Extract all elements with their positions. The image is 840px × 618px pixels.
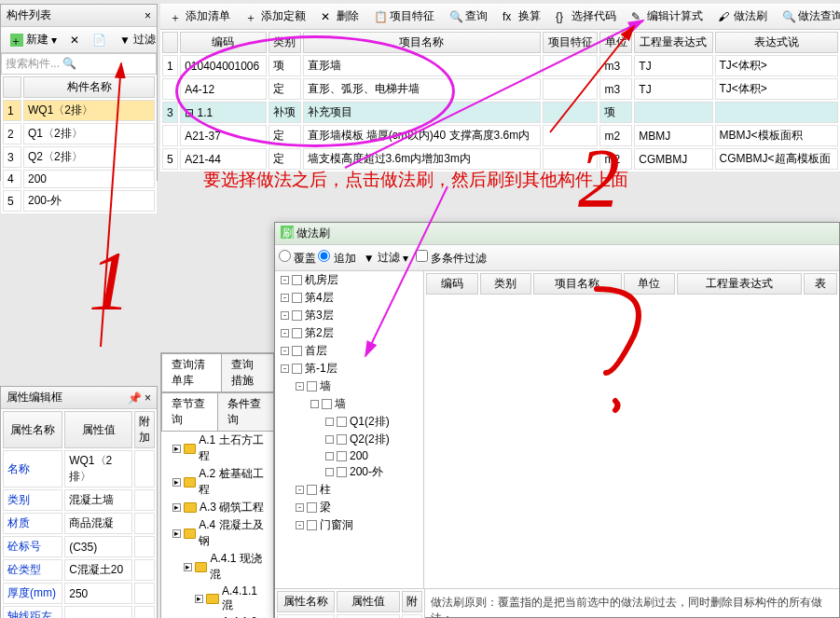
col-prop-extra: 附加: [134, 411, 155, 448]
tree-node[interactable]: 200-外: [275, 463, 423, 481]
toolbar-编辑计算式[interactable]: ✎编辑计算式: [626, 6, 709, 27]
tree-node[interactable]: -门窗洞: [275, 516, 423, 534]
copy-icon[interactable]: 📄: [87, 31, 112, 49]
tree-node[interactable]: -梁: [275, 499, 423, 516]
toolbar-删除[interactable]: ✕删除: [315, 6, 365, 27]
tree-node[interactable]: ▸A.4.1.1 混: [161, 584, 273, 614]
tab-query-measure[interactable]: 查询措施: [221, 353, 274, 391]
opt-add[interactable]: 追加: [318, 250, 355, 267]
tree-node[interactable]: ▸A.3 砌筑工程: [161, 499, 273, 516]
col-prop-name: 属性名称: [3, 411, 62, 448]
pin-icon[interactable]: 📌: [128, 391, 142, 405]
prop-key[interactable]: 名称: [3, 450, 62, 488]
prop-val[interactable]: C混凝土20: [64, 559, 132, 581]
tree-node[interactable]: -机房层: [275, 271, 423, 289]
toolbar-添加清单[interactable]: ＋添加清单: [164, 6, 236, 27]
delete-icon[interactable]: ✕: [64, 31, 85, 49]
toolbar-查询[interactable]: 🔍查询: [444, 6, 493, 27]
prop-key[interactable]: 厚度(mm): [3, 583, 62, 604]
toolbar-项目特征[interactable]: 📋项目特征: [368, 6, 440, 27]
tree-node[interactable]: -第3层: [275, 307, 423, 324]
zuofashua-dialog: 刷 做法刷 覆盖 追加 ▼过滤 ▾ 多条件过滤 -机房层-第4层-第3层-第2层…: [274, 222, 840, 618]
property-panel: 属性编辑框 📌 × 属性名称 属性值 附加 名称WQ1〈2排〉类别混凝土墙材质商…: [0, 386, 158, 618]
prop-key[interactable]: 类别: [3, 489, 62, 511]
list-item[interactable]: 200-外: [23, 190, 155, 212]
multi-filter[interactable]: 多条件过滤: [416, 250, 487, 267]
list-item[interactable]: 200: [23, 170, 155, 188]
tab-chapter[interactable]: 章节查询: [161, 392, 218, 431]
prop-key[interactable]: 砼类型: [3, 559, 62, 581]
tree-node[interactable]: -墙: [275, 378, 423, 395]
opt-cover[interactable]: 覆盖: [279, 250, 316, 267]
list-item[interactable]: Q1〈2排〉: [23, 123, 155, 144]
row-num: 5: [3, 190, 21, 212]
prop-key[interactable]: 轴线距左墙: [3, 606, 62, 618]
main-area: ＋添加清单 ＋添加定额 ✕删除 📋项目特征 🔍查询 fx换算 {}选择代码 ✎编…: [160, 4, 840, 172]
table-row[interactable]: 5A21-44定墙支模高度超过3.6m内增加3m内m2CGMBMJCGMBMJ<…: [162, 148, 838, 170]
list-item[interactable]: Q2〈2排〉: [23, 146, 155, 168]
prop-val[interactable]: 250: [64, 583, 132, 604]
row-num: 2: [3, 123, 21, 144]
tree-node[interactable]: ▸A.2 桩基础工程: [161, 465, 273, 499]
tree-node[interactable]: -柱: [275, 481, 423, 499]
filter-button[interactable]: ▼过滤 ▾: [114, 29, 157, 50]
tree-node[interactable]: ▸A.4.1.2 混: [161, 614, 273, 618]
tree-node[interactable]: -第4层: [275, 289, 423, 307]
toolbar-换算[interactable]: fx换算: [497, 6, 546, 27]
list-item[interactable]: WQ1〈2排〉: [23, 100, 155, 121]
toolbar-做法查询[interactable]: 🔍做法查询: [777, 6, 840, 27]
prop-val[interactable]: Q1〈2排〉: [337, 614, 400, 618]
prop-val[interactable]: WQ1〈2排〉: [64, 450, 132, 488]
col-prop-val: 属性值: [64, 411, 132, 448]
row-num: 4: [3, 170, 21, 188]
tree-node[interactable]: ▸A.4.1 现浇混: [161, 550, 273, 584]
dialog-title: 做法刷: [296, 227, 330, 240]
table-row[interactable]: 1010404001006项直形墙m3TJTJ<体积>: [162, 55, 838, 76]
tab-query-list[interactable]: 查询清单库: [161, 353, 222, 391]
search-input[interactable]: 搜索构件... 🔍: [1, 53, 157, 75]
tree-node[interactable]: -第2层: [275, 324, 423, 342]
prop-val[interactable]: (C35): [64, 536, 132, 557]
new-button[interactable]: ＋新建 ▾: [5, 29, 62, 50]
tree-node[interactable]: 200: [275, 448, 423, 463]
tab-condition[interactable]: 条件查询: [217, 392, 274, 431]
row-num: 1: [3, 100, 21, 121]
tree-node[interactable]: 墙: [275, 395, 423, 413]
prop-val[interactable]: (125): [64, 606, 132, 618]
prop-key[interactable]: 名称: [277, 614, 335, 618]
row-num: 3: [3, 146, 21, 168]
tree-node[interactable]: Q1(2排): [275, 413, 423, 431]
footer-text: 做法刷原则：覆盖指的是把当前选中的做法刷过去，同时删除目标构件的所有做法； 追加…: [431, 595, 833, 618]
tree-node[interactable]: Q2(2排): [275, 431, 423, 448]
prop-key[interactable]: 材质: [3, 513, 62, 534]
table-row[interactable]: A21-37定直形墙模板 墙厚(cm以内)40 支撑高度3.6m内m2MBMJM…: [162, 125, 838, 146]
tree-node[interactable]: ▸A.4 混凝土及钢: [161, 516, 273, 550]
col-name: 构件名称: [23, 76, 155, 98]
tree-node[interactable]: -第-1层: [275, 360, 423, 378]
prop-val[interactable]: 商品混凝: [64, 513, 132, 534]
table-row[interactable]: A4-12定直形、弧形、电梯井墙m3TJTJ<体积>: [162, 78, 838, 100]
toolbar-做法刷[interactable]: 🖌做法刷: [712, 6, 773, 27]
table-row[interactable]: 3⊟ 1.1补项补充项目项: [162, 102, 838, 123]
tree-node[interactable]: ▸A.1 土石方工程: [161, 432, 273, 465]
close-icon[interactable]: ×: [145, 391, 151, 405]
prop-key[interactable]: 砼标号: [3, 536, 62, 557]
component-list-panel: 构件列表 × ＋新建 ▾ ✕ 📄 ▼过滤 ▾ 搜索构件... 🔍 构件名称 1W…: [0, 4, 158, 181]
tree-node[interactable]: -首层: [275, 342, 423, 360]
prop-val[interactable]: 混凝土墙: [64, 489, 132, 511]
toolbar-添加定额[interactable]: ＋添加定额: [240, 6, 311, 27]
component-list-title: 构件列表: [7, 7, 51, 23]
close-icon[interactable]: ×: [145, 9, 151, 22]
filter-button[interactable]: ▼过滤 ▾: [358, 247, 414, 268]
query-panel: 查询清单库 查询措施 章节查询 条件查询 ▸A.1 土石方工程▸A.2 桩基础工…: [160, 352, 274, 618]
property-title: 属性编辑框: [7, 390, 62, 405]
toolbar-选择代码[interactable]: {}选择代码: [550, 6, 622, 27]
